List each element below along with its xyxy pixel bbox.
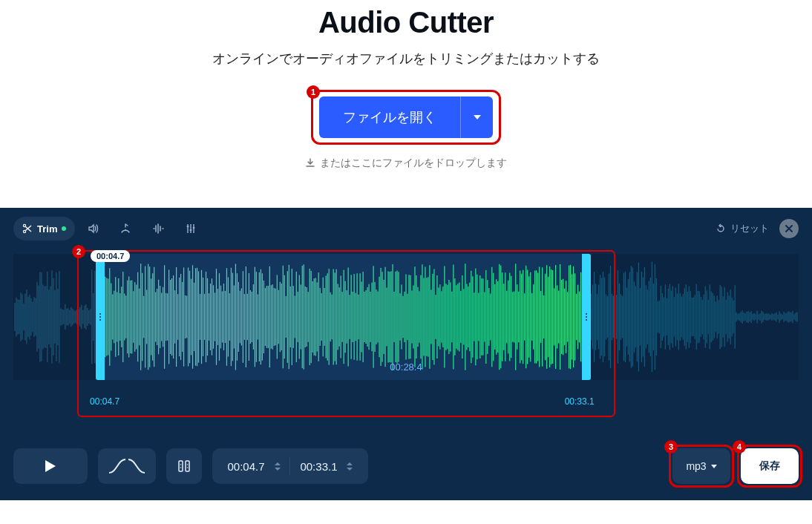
volume-icon	[87, 223, 99, 235]
trim-handle-right[interactable]	[582, 254, 591, 380]
drop-hint-text: またはここにファイルをドロップします	[320, 157, 507, 170]
play-icon	[45, 460, 56, 472]
speed-icon	[119, 223, 131, 235]
center-time: 00:28.4	[13, 361, 799, 373]
end-time-input[interactable]: 00:33.1	[300, 460, 337, 473]
svg-point-539	[187, 464, 189, 465]
start-time-input[interactable]: 00:04.7	[227, 460, 264, 473]
open-file-dropdown[interactable]	[460, 96, 493, 138]
start-time-label: 00:04.7	[90, 396, 119, 407]
trim-tool[interactable]: Trim	[13, 217, 75, 240]
reset-label: リセット	[730, 222, 769, 235]
format-dropdown[interactable]: mp3	[672, 448, 730, 484]
svg-point-0	[23, 224, 25, 226]
page-subtitle: オンラインでオーディオファイルをトリミングまたはカットする	[0, 50, 812, 68]
close-button[interactable]	[779, 219, 799, 238]
annotation-box-1: 1 ファイルを開く	[311, 90, 501, 145]
split-button[interactable]	[166, 448, 202, 484]
download-icon	[305, 158, 315, 168]
svg-point-1	[23, 230, 25, 232]
equalizer-tool[interactable]	[176, 217, 206, 240]
scissors-icon	[22, 223, 33, 234]
svg-point-540	[187, 467, 189, 468]
drop-hint: またはここにファイルをドロップします	[0, 157, 812, 170]
pitch-tool[interactable]	[143, 217, 173, 240]
svg-point-2	[125, 229, 126, 231]
close-icon	[785, 224, 793, 233]
volume-tool[interactable]	[78, 217, 108, 240]
open-file-button[interactable]: ファイルを開く	[319, 96, 493, 138]
chevron-down-icon	[711, 465, 717, 468]
editor-panel: Trim リセット 2 00:04.7	[0, 208, 812, 500]
trim-label: Trim	[37, 223, 57, 235]
play-button[interactable]	[13, 448, 88, 484]
fade-button[interactable]	[98, 448, 156, 484]
speed-tool[interactable]	[111, 217, 140, 240]
fade-icon	[108, 456, 146, 476]
reset-button[interactable]: リセット	[716, 222, 769, 235]
sliders-icon	[185, 223, 197, 235]
svg-point-537	[180, 464, 182, 465]
separator	[289, 457, 290, 475]
time-range-box[interactable]: 00:04.7 00:33.1	[212, 448, 368, 484]
format-label: mp3	[686, 460, 706, 472]
save-button[interactable]: 保存	[741, 448, 799, 484]
annotation-badge-1: 1	[307, 85, 320, 99]
chevron-down-icon	[474, 115, 481, 119]
end-stepper[interactable]	[347, 462, 353, 471]
trim-handle-left[interactable]	[96, 254, 105, 380]
svg-rect-4	[190, 229, 192, 231]
svg-rect-3	[187, 226, 189, 227]
waveform-area: 2 00:04.7 placeholder 00:28.4 00:04.7 00…	[13, 254, 799, 380]
svg-rect-5	[193, 227, 195, 229]
svg-point-538	[180, 467, 182, 468]
end-time-label: 00:33.1	[565, 396, 595, 407]
tooltip-time: 00:04.7	[91, 250, 130, 262]
undo-icon	[716, 223, 726, 234]
audiowave-icon	[152, 223, 164, 235]
split-icon	[177, 459, 191, 474]
start-stepper[interactable]	[275, 462, 281, 471]
active-dot-icon	[62, 226, 66, 231]
toolbar: Trim リセット	[13, 217, 799, 240]
waveform-canvas[interactable]: placeholder 00:28.4	[13, 254, 799, 380]
bottom-bar: 00:04.7 00:33.1 3 mp3 4 保存	[13, 448, 799, 484]
svg-rect-536	[186, 461, 189, 471]
svg-rect-535	[179, 461, 183, 471]
open-file-label[interactable]: ファイルを開く	[319, 96, 460, 138]
page-title: Audio Cutter	[0, 6, 812, 39]
